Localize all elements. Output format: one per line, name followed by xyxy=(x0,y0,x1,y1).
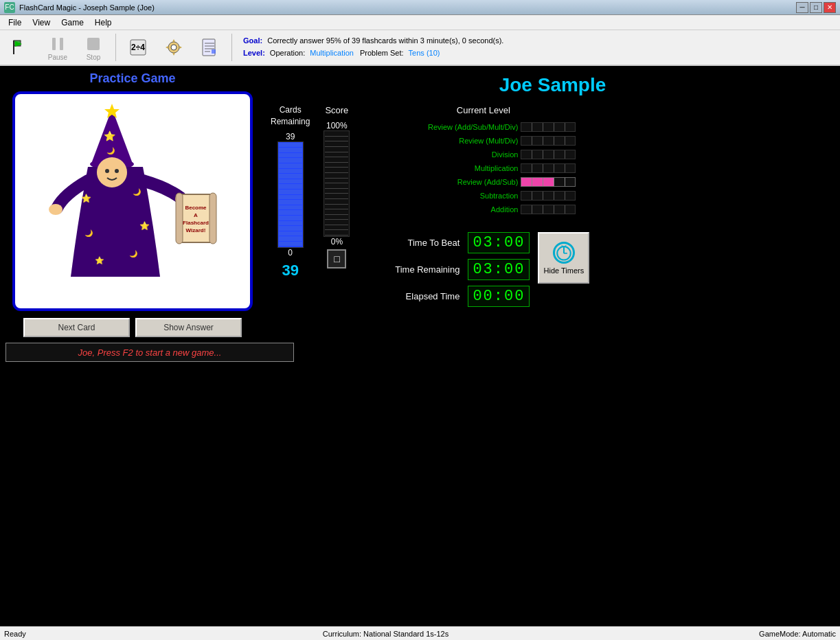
svg-marker-11 xyxy=(172,39,175,42)
cards-bar-bottom-label: 0 xyxy=(277,248,304,258)
player-name: Joe Sample xyxy=(271,74,835,96)
message-bar: Joe, Press F2 to start a new game... xyxy=(5,343,294,362)
level-track-4 xyxy=(521,163,576,173)
level-operation[interactable]: Multiplication xyxy=(310,49,354,57)
stop-button[interactable]: Stop xyxy=(77,32,110,62)
svg-rect-4 xyxy=(52,38,56,50)
show-answer-button[interactable]: Show Answer xyxy=(135,318,242,337)
toolbar: Pause Stop 2÷4 xyxy=(0,30,840,66)
level-track-1 xyxy=(521,122,576,132)
level-button[interactable]: 2÷4 xyxy=(122,32,155,62)
level-label-7: Addition xyxy=(391,205,518,214)
report-button[interactable] xyxy=(193,32,226,62)
level-bar-row-5: Review (Add/Sub) xyxy=(391,176,576,188)
wizard-illustration: ⭐ 🌙 ⭐ 🌙 🌙 ⭐ ⭐ 🌙 xyxy=(43,98,222,304)
svg-text:🌙: 🌙 xyxy=(84,229,93,238)
score-column: Score 100% xyxy=(323,104,350,268)
hide-timers-button[interactable]: Hide Timers xyxy=(538,232,589,284)
svg-marker-13 xyxy=(166,46,168,49)
svg-point-34 xyxy=(105,169,109,173)
svg-text:⭐: ⭐ xyxy=(81,193,91,203)
level-bar-row-1: Review (Add/Sub/Mult/Div) xyxy=(391,121,576,133)
settings-button[interactable] xyxy=(157,32,190,62)
level-bar-row-3: Division xyxy=(391,148,576,161)
svg-rect-40 xyxy=(209,193,216,244)
maximize-button[interactable]: □ xyxy=(810,2,822,13)
main-content: Practice Game ⭐ 🌙 ⭐ xyxy=(0,66,840,626)
start-icon xyxy=(12,38,32,57)
pause-icon xyxy=(48,34,67,54)
level-label-1: Review (Add/Sub/Mult/Div) xyxy=(391,123,518,131)
score-header: Score xyxy=(325,104,348,117)
pause-label: Pause xyxy=(48,54,67,61)
svg-text:🌙: 🌙 xyxy=(106,146,115,155)
elapsed-time-display: 00:00 xyxy=(468,286,530,307)
svg-point-45 xyxy=(557,247,571,260)
level-chart: Review (Add/Sub/Mult/Div) xyxy=(391,121,576,216)
menu-file[interactable]: File xyxy=(3,16,27,29)
level-row: Level: Operation: Multiplication Problem… xyxy=(243,47,503,60)
current-level-column: Current Level Review (Add/Sub/Mult/Div) xyxy=(377,104,589,307)
menu-game[interactable]: Game xyxy=(56,16,89,29)
level-track-6 xyxy=(521,191,576,201)
svg-point-33 xyxy=(97,157,127,187)
level-set-prefix: Problem Set: xyxy=(360,49,404,57)
timer-rows: Time To Beat 03:00 Time Remaining 03:00 … xyxy=(377,232,530,307)
close-button[interactable]: ✕ xyxy=(824,2,836,13)
score-bottom-label: 0% xyxy=(323,237,350,247)
svg-text:Flashcard: Flashcard xyxy=(183,220,209,226)
level-track-3 xyxy=(521,150,576,159)
status-bar: Ready Curriculum: National Standard 1s-1… xyxy=(0,626,840,640)
title-bar: FC FlashCard Magic - Joseph Sample (Joe)… xyxy=(0,0,840,15)
level-icon: 2÷4 xyxy=(128,38,148,57)
time-remaining-display: 03:00 xyxy=(468,259,530,280)
time-to-beat-display: 03:00 xyxy=(468,232,530,253)
goal-row: Goal: Correctly answer 95% of 39 flashca… xyxy=(243,35,503,47)
svg-text:⭐: ⭐ xyxy=(104,130,116,142)
cards-bar-top-label: 39 xyxy=(277,132,304,141)
card-area: ⭐ 🌙 ⭐ 🌙 🌙 ⭐ ⭐ 🌙 xyxy=(12,91,253,311)
level-label-6: Subtraction xyxy=(391,192,518,200)
time-to-beat-row: Time To Beat 03:00 xyxy=(377,232,530,253)
menu-help[interactable]: Help xyxy=(89,16,117,29)
svg-text:🌙: 🌙 xyxy=(129,249,138,258)
svg-rect-5 xyxy=(60,38,63,50)
menu-view[interactable]: View xyxy=(27,16,56,29)
svg-text:⭐: ⭐ xyxy=(95,255,104,265)
stats-area: Cards Remaining 39 xyxy=(271,104,835,307)
svg-rect-39 xyxy=(176,193,183,244)
svg-marker-12 xyxy=(172,53,175,56)
level-prefix: Operation: xyxy=(270,49,305,57)
score-top-label: 100% xyxy=(323,121,350,130)
level-label: Level: xyxy=(243,49,265,57)
goal-text: Correctly answer 95% of 39 flashcards wi… xyxy=(267,36,503,45)
level-bar-row-2: Review (Mult/Div) xyxy=(391,135,576,147)
level-bar-row-4: Multiplication xyxy=(391,162,576,174)
stop-label: Stop xyxy=(87,54,101,61)
svg-point-10 xyxy=(171,45,177,50)
report-icon xyxy=(200,38,219,57)
svg-text:A: A xyxy=(194,212,198,218)
level-label-2: Review (Mult/Div) xyxy=(391,137,518,145)
svg-point-35 xyxy=(115,169,119,173)
svg-text:🌙: 🌙 xyxy=(133,187,141,196)
level-bar-row-7: Addition xyxy=(391,203,576,216)
settings-icon xyxy=(164,38,183,57)
card-buttons: Next Card Show Answer xyxy=(5,318,260,337)
time-to-beat-label: Time To Beat xyxy=(377,238,459,248)
status-gamemode: GameMode: Automatic xyxy=(699,630,836,638)
level-set[interactable]: Tens (10) xyxy=(409,49,440,57)
level-label-4: Multiplication xyxy=(391,164,518,172)
next-card-button[interactable]: Next Card xyxy=(23,318,130,337)
pause-button[interactable]: Pause xyxy=(41,32,74,62)
toolbar-separator-2 xyxy=(231,34,232,61)
toolbar-separator-1 xyxy=(115,34,116,61)
status-curriculum: Curriculum: National Standard 1s-12s xyxy=(73,630,699,638)
cards-remaining-column: Cards Remaining 39 xyxy=(271,104,310,279)
start-button[interactable] xyxy=(5,32,38,62)
goal-label: Goal: xyxy=(243,36,262,45)
minimize-button[interactable]: ─ xyxy=(796,2,808,13)
cards-remaining-header: Cards Remaining xyxy=(271,104,310,128)
level-label-5: Review (Add/Sub) xyxy=(391,178,518,186)
score-value: □ xyxy=(334,253,339,264)
